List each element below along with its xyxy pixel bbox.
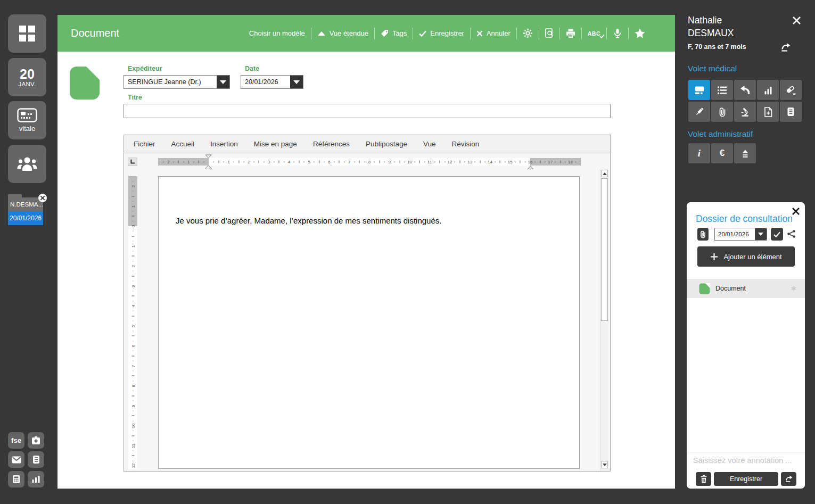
medical-attachments-button[interactable] (711, 102, 733, 122)
medical-vaccinations-button[interactable] (688, 102, 710, 122)
document-body-text[interactable]: Je vous prie d’agréer, Madame, l’express… (176, 216, 441, 225)
ribbon-tab-mise-en-page[interactable]: Mise en page (246, 135, 305, 153)
add-element-button[interactable]: Ajouter un élément (697, 246, 795, 267)
envelope-icon (12, 456, 21, 464)
share-nodes-icon (787, 229, 796, 238)
save-annotation-button[interactable]: Enregistrer (714, 472, 778, 486)
documents-button[interactable] (28, 451, 44, 468)
share-patient-button[interactable] (780, 43, 791, 52)
close-consultation-panel-button[interactable] (792, 207, 800, 216)
scroll-up-button[interactable] (601, 170, 608, 177)
chevron-down-icon[interactable] (290, 76, 303, 88)
euro-icon: € (720, 148, 725, 159)
patients-button[interactable] (8, 145, 46, 183)
tags-button[interactable]: Tags (381, 29, 407, 37)
patient-tab-name: N.DESMA... (8, 197, 43, 211)
validate-consultation-button[interactable] (771, 228, 783, 241)
carte-vitale-label: vitale (19, 125, 35, 133)
consultation-item-row[interactable]: Document (687, 279, 805, 298)
medical-undo-button[interactable] (734, 80, 756, 100)
sender-field-label: Expéditeur (128, 65, 162, 72)
consultation-card-icon (694, 85, 705, 95)
annotation-input[interactable] (692, 456, 801, 465)
save-button[interactable]: Enregistrer (419, 29, 464, 37)
tab-stop-selector[interactable] (128, 158, 137, 166)
ribbon-tab-insertion[interactable]: Insertion (202, 135, 246, 153)
open-patient-tab[interactable]: N.DESMA... 20/01/2026 (8, 194, 43, 225)
vertical-scrollbar[interactable] (600, 169, 608, 471)
consultation-folder-panel: Dossier de consultation 20/01/2026 Ajout… (687, 202, 805, 489)
admin-information-button[interactable]: i (688, 143, 710, 163)
cancel-button[interactable]: Annuler (476, 29, 511, 37)
settings-button[interactable] (523, 28, 533, 38)
file-plus-icon (764, 107, 772, 117)
sender-select[interactable]: SERINGUE Jeanne (Dr.) (124, 75, 230, 89)
toolbar-separator (311, 28, 311, 39)
attach-file-button[interactable] (697, 228, 709, 241)
ribbon-tab-revision[interactable]: Révision (444, 135, 488, 153)
toolbar-separator (470, 28, 471, 39)
document-toolbar: Choisir un modèle Vue étendue Tags Enreg… (249, 15, 645, 52)
first-line-indent-marker[interactable] (205, 154, 212, 159)
chevron-down-icon[interactable] (755, 228, 767, 240)
scroll-down-button[interactable] (601, 461, 608, 468)
share-consultation-button[interactable] (787, 229, 796, 238)
toolbar-separator (374, 28, 375, 39)
editor-canvas[interactable]: 210123456789101112 Je vous prie d’agréer… (124, 169, 610, 471)
close-patient-button[interactable] (792, 16, 801, 25)
ribbon-tab-fichier[interactable]: Fichier (126, 135, 163, 153)
eject-upload-icon (740, 149, 750, 158)
patient-last-name: DESMAUX (688, 28, 734, 39)
scrollbar-thumb[interactable] (601, 178, 608, 321)
agenda-month: JANV. (18, 81, 36, 87)
toolbar-separator (606, 28, 607, 39)
statistics-button[interactable] (28, 471, 44, 488)
medical-reports-button[interactable] (780, 102, 802, 122)
title-input[interactable] (124, 104, 611, 118)
admin-billing-button[interactable]: € (711, 143, 733, 163)
favorites-button[interactable] (635, 28, 645, 38)
apps-menu-button[interactable] (8, 14, 46, 53)
carte-vitale-button[interactable]: vitale (8, 101, 46, 139)
close-patient-tab-button[interactable] (38, 194, 47, 202)
ribbon-tab-publipostage[interactable]: Publipostage (358, 135, 415, 153)
admin-upload-button[interactable] (734, 143, 756, 163)
medical-new-document-button[interactable] (757, 102, 779, 122)
medical-section-title: Volet médical (688, 64, 737, 73)
ruler-zone: 21123456789101112131415161718 (124, 153, 610, 170)
medical-buttons-grid (688, 80, 803, 122)
mail-button[interactable] (8, 451, 24, 468)
dictation-button[interactable] (613, 28, 622, 38)
asterisk-icon (791, 286, 796, 291)
toolbar-separator (581, 28, 582, 39)
delete-annotation-button[interactable] (696, 472, 711, 486)
date-select[interactable]: 20/01/2026 (241, 75, 303, 89)
calculator-button[interactable] (8, 471, 24, 488)
toolbar-separator (628, 28, 629, 39)
document-file-icon (699, 283, 710, 294)
agenda-day: 20 (20, 67, 35, 81)
medical-medications-button[interactable] (780, 80, 802, 100)
medical-consultations-button[interactable] (688, 80, 710, 100)
extended-view-button[interactable]: Vue étendue (317, 29, 368, 37)
pharmacy-button[interactable] (28, 432, 44, 449)
medical-biology-button[interactable] (734, 102, 756, 122)
spellcheck-button[interactable]: ABC (588, 30, 600, 37)
microphone-icon (613, 28, 622, 38)
check-icon (419, 30, 426, 37)
choose-template-button[interactable]: Choisir un modèle (249, 29, 305, 37)
share-annotation-button[interactable] (781, 472, 796, 486)
medical-curves-button[interactable] (757, 80, 779, 100)
ribbon-tab-references[interactable]: Références (305, 135, 358, 153)
print-button[interactable] (566, 29, 575, 38)
ribbon-tab-vue[interactable]: Vue (415, 135, 444, 153)
agenda-button[interactable]: 20 JANV. (8, 58, 46, 96)
undo-arrow-icon (740, 85, 750, 95)
print-preview-button[interactable] (545, 28, 554, 38)
chevron-down-icon[interactable] (217, 76, 229, 88)
consultation-date-select[interactable]: 20/01/2026 (714, 228, 767, 241)
fse-button[interactable]: fse (8, 432, 24, 449)
ribbon-tab-accueil[interactable]: Accueil (163, 135, 203, 153)
medical-summary-list-button[interactable] (711, 80, 733, 100)
carte-vitale-icon (17, 108, 37, 122)
